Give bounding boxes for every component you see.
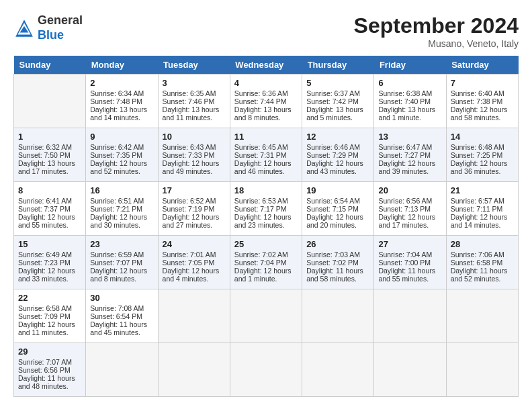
daylight-text: Daylight: 12 hours and 43 minutes. (306, 159, 363, 175)
calendar-day-cell: 27Sunrise: 7:04 AMSunset: 7:00 PMDayligh… (374, 236, 446, 289)
day-number: 23 (90, 239, 153, 249)
calendar-day-cell: 19Sunrise: 6:54 AMSunset: 7:15 PMDayligh… (302, 182, 374, 236)
sunset-text: Sunset: 7:33 PM (163, 151, 215, 159)
sunset-text: Sunset: 7:13 PM (378, 205, 431, 213)
sunrise-text: Sunrise: 7:03 AM (306, 250, 360, 259)
sunset-text: Sunset: 7:02 PM (306, 259, 359, 267)
sunrise-text: Sunrise: 6:46 AM (306, 143, 360, 151)
calendar-day-cell: 21Sunrise: 6:57 AMSunset: 7:11 PMDayligh… (446, 182, 518, 236)
sunset-text: Sunset: 7:42 PM (306, 97, 359, 105)
sunset-text: Sunset: 7:11 PM (451, 205, 503, 213)
daylight-text: Daylight: 12 hours and 8 minutes. (90, 267, 147, 283)
sunset-text: Sunset: 6:54 PM (90, 312, 142, 320)
daylight-text: Daylight: 11 hours and 52 minutes. (451, 267, 508, 283)
sunrise-text: Sunrise: 7:07 AM (18, 358, 72, 366)
logo-icon (13, 17, 35, 39)
title-area: September 2024 Musano, Veneto, Italy (354, 13, 519, 49)
sunset-text: Sunset: 7:09 PM (18, 312, 71, 320)
sunset-text: Sunset: 7:29 PM (306, 151, 359, 159)
sunrise-text: Sunrise: 6:34 AM (90, 89, 144, 97)
col-thursday: Thursday (302, 56, 374, 75)
day-number: 1 (18, 132, 81, 142)
day-number: 10 (163, 132, 226, 142)
day-number: 21 (451, 185, 514, 195)
day-number: 24 (163, 239, 226, 249)
calendar-day-cell: 10Sunrise: 6:43 AMSunset: 7:33 PMDayligh… (158, 128, 230, 182)
sunrise-text: Sunrise: 6:53 AM (234, 197, 288, 205)
sunset-text: Sunset: 7:17 PM (234, 205, 287, 213)
daylight-text: Daylight: 13 hours and 8 minutes. (234, 105, 292, 122)
sunset-text: Sunset: 7:05 PM (163, 259, 215, 267)
logo-general-text: General (38, 13, 83, 27)
sunset-text: Sunset: 7:00 PM (378, 259, 431, 267)
sunrise-text: Sunrise: 7:04 AM (378, 250, 432, 259)
day-number: 15 (18, 239, 81, 249)
sunrise-text: Sunrise: 6:58 AM (18, 304, 72, 312)
empty-cell (158, 289, 230, 343)
sunset-text: Sunset: 7:46 PM (163, 97, 215, 105)
empty-cell (374, 343, 446, 397)
calendar-week-row: 1Sunrise: 6:32 AMSunset: 7:50 PMDaylight… (14, 128, 519, 182)
day-number: 28 (451, 239, 514, 249)
day-number: 4 (234, 78, 298, 88)
calendar-day-cell: 2Sunrise: 6:34 AMSunset: 7:48 PMDaylight… (86, 75, 158, 128)
logo: General Blue (13, 13, 83, 42)
empty-cell (302, 289, 374, 343)
calendar-week-row: 22Sunrise: 6:58 AMSunset: 7:09 PMDayligh… (14, 289, 519, 343)
daylight-text: Daylight: 13 hours and 11 minutes. (163, 105, 220, 122)
calendar-day-cell: 9Sunrise: 6:42 AMSunset: 7:35 PMDaylight… (86, 128, 158, 182)
empty-cell (230, 289, 302, 343)
sunset-text: Sunset: 7:48 PM (90, 97, 142, 105)
col-friday: Friday (374, 56, 446, 75)
empty-cell (230, 343, 302, 397)
calendar-day-cell: 16Sunrise: 6:51 AMSunset: 7:21 PMDayligh… (86, 182, 158, 236)
day-number: 7 (451, 78, 514, 88)
daylight-text: Daylight: 12 hours and 55 minutes. (18, 213, 75, 229)
calendar-day-cell: 24Sunrise: 7:01 AMSunset: 7:05 PMDayligh… (158, 236, 230, 289)
sunset-text: Sunset: 7:37 PM (18, 205, 71, 213)
sunrise-text: Sunrise: 6:49 AM (18, 250, 72, 259)
calendar-day-cell: 1Sunrise: 6:32 AMSunset: 7:50 PMDaylight… (14, 128, 86, 182)
col-saturday: Saturday (446, 56, 518, 75)
calendar-day-cell: 28Sunrise: 7:06 AMSunset: 6:58 PMDayligh… (446, 236, 518, 289)
day-number: 14 (451, 132, 514, 142)
calendar-week-row: 2Sunrise: 6:34 AMSunset: 7:48 PMDaylight… (14, 75, 519, 128)
location-label: Musano, Veneto, Italy (354, 38, 519, 49)
sunset-text: Sunset: 7:31 PM (234, 151, 287, 159)
daylight-text: Daylight: 12 hours and 46 minutes. (234, 159, 292, 175)
daylight-text: Daylight: 13 hours and 17 minutes. (18, 159, 75, 175)
daylight-text: Daylight: 11 hours and 45 minutes. (90, 320, 147, 336)
day-number: 5 (306, 78, 369, 88)
daylight-text: Daylight: 12 hours and 23 minutes. (234, 213, 292, 229)
day-number: 30 (90, 293, 153, 303)
sunrise-text: Sunrise: 6:36 AM (234, 89, 288, 97)
empty-cell (374, 289, 446, 343)
sunset-text: Sunset: 7:50 PM (18, 151, 71, 159)
day-number: 8 (18, 185, 81, 195)
sunrise-text: Sunrise: 7:06 AM (451, 250, 504, 259)
calendar-day-cell: 30Sunrise: 7:08 AMSunset: 6:54 PMDayligh… (86, 289, 158, 343)
sunset-text: Sunset: 7:21 PM (90, 205, 142, 213)
sunset-text: Sunset: 7:35 PM (90, 151, 142, 159)
sunrise-text: Sunrise: 6:40 AM (451, 89, 504, 97)
sunrise-text: Sunrise: 6:59 AM (90, 250, 144, 259)
sunrise-text: Sunrise: 6:52 AM (163, 197, 216, 205)
day-number: 6 (378, 78, 441, 88)
calendar-day-cell: 8Sunrise: 6:41 AMSunset: 7:37 PMDaylight… (14, 182, 86, 236)
calendar-day-cell: 14Sunrise: 6:48 AMSunset: 7:25 PMDayligh… (446, 128, 518, 182)
daylight-text: Daylight: 13 hours and 5 minutes. (306, 105, 363, 122)
day-number: 29 (18, 347, 81, 357)
day-number: 12 (306, 132, 369, 142)
daylight-text: Daylight: 12 hours and 49 minutes. (163, 159, 220, 175)
sunrise-text: Sunrise: 6:32 AM (18, 143, 72, 151)
col-sunday: Sunday (14, 56, 86, 75)
day-number: 26 (306, 239, 369, 249)
sunset-text: Sunset: 7:44 PM (234, 97, 287, 105)
daylight-text: Daylight: 12 hours and 4 minutes. (163, 267, 220, 283)
sunrise-text: Sunrise: 6:38 AM (378, 89, 432, 97)
calendar-week-row: 15Sunrise: 6:49 AMSunset: 7:23 PMDayligh… (14, 236, 519, 289)
calendar-day-cell: 7Sunrise: 6:40 AMSunset: 7:38 PMDaylight… (446, 75, 518, 128)
empty-cell (446, 289, 518, 343)
sunset-text: Sunset: 7:04 PM (234, 259, 287, 267)
day-number: 9 (90, 132, 153, 142)
